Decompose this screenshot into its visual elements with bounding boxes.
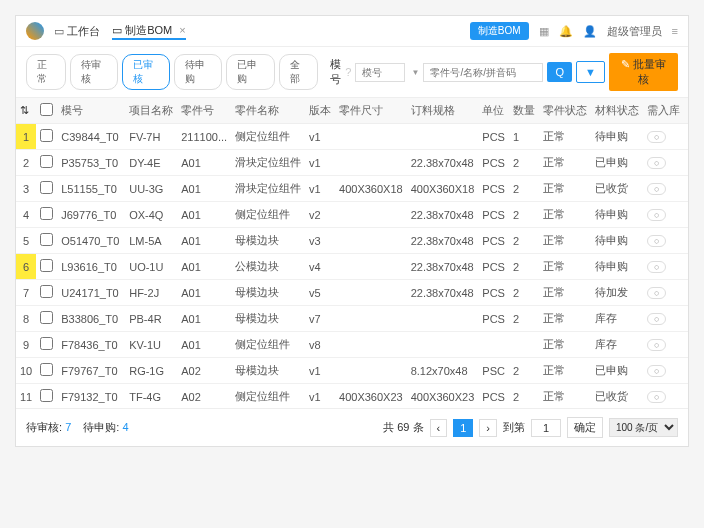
tab-normal[interactable]: 正常 [26,54,66,90]
cell-instock[interactable]: ○ [643,150,684,176]
row-num: 10 [16,358,36,384]
cell-partname: 母模边块 [231,306,305,332]
grid-icon[interactable]: ▦ [539,25,549,38]
tab-pending[interactable]: 待审核 [70,54,118,90]
row-num: 6 [16,254,36,280]
cell-instock[interactable]: ○ [643,254,684,280]
table-row[interactable]: 8 B33806_T0 PB-4R A01 母模边块 v7 PCS 2 正常 库… [16,306,688,332]
table-row[interactable]: 6 L93616_T0 UO-1U A01 公模边块 v4 22.38x70x4… [16,254,688,280]
filter-button[interactable]: ▼ [576,61,605,83]
chevron-down-icon[interactable]: ▼ [411,68,419,77]
table-scroll[interactable]: ⇅模号项目名称零件号零件名称版本零件尺寸订料规格单位数量零件状态材料状态需入库材… [16,98,688,408]
cell-partname: 滑块定位组件 [231,176,305,202]
table-row[interactable]: 4 J69776_T0 OX-4Q A01 侧定位组件 v2 22.38x70x… [16,202,688,228]
cell-instock[interactable]: ○ [643,306,684,332]
tab-tobuy[interactable]: 待申购 [174,54,222,90]
cell-mstate: 待申购 [591,202,643,228]
cell-mcode: M0000076 [684,124,688,150]
cell-project: HF-2J [125,280,177,306]
cell-instock[interactable]: ○ [643,124,684,150]
help-icon[interactable]: ? [345,66,351,78]
filter-mold[interactable] [355,63,405,82]
prev-page[interactable]: ‹ [430,419,448,437]
batch-approve-button[interactable]: ✎ 批量审核 [609,53,678,91]
table-row[interactable]: 11 F79132_T0 TF-4G A02 侧定位组件 v1 400X360X… [16,384,688,409]
table-row[interactable]: 5 O51470_T0 LM-5A A01 母模边块 v3 22.38x70x4… [16,228,688,254]
col-header[interactable]: 零件状态 [539,98,591,124]
nav-workbench[interactable]: ▭ 工作台 [54,24,100,39]
sort-icon[interactable]: ⇅ [20,104,29,116]
close-icon[interactable]: × [179,24,185,36]
table-row[interactable]: 10 F79767_T0 RG-1G A02 母模边块 v1 8.12x70x4… [16,358,688,384]
cell-mstate: 已申购 [591,150,643,176]
table-row[interactable]: 2 P35753_T0 DY-4E A01 滑块定位组件 v1 22.38x70… [16,150,688,176]
nav-bom[interactable]: ▭ 制造BOM × [112,23,186,40]
col-header[interactable]: 材料状态 [591,98,643,124]
cell-partno: A01 [177,306,231,332]
cell-instock[interactable]: ○ [643,202,684,228]
row-check[interactable] [40,285,53,298]
cell-pstate: 正常 [539,332,591,358]
tab-bought[interactable]: 已申购 [226,54,274,90]
menu-icon[interactable]: ≡ [672,25,678,37]
table-row[interactable]: 1 C39844_T0 FV-7H 211100... 侧定位组件 v1 PCS… [16,124,688,150]
row-check[interactable] [40,181,53,194]
row-check[interactable] [40,207,53,220]
cell-partno: 211100... [177,124,231,150]
row-check[interactable] [40,233,53,246]
search-input[interactable] [423,63,543,82]
col-header[interactable]: 零件尺寸 [335,98,407,124]
page-input[interactable] [531,419,561,437]
cell-instock[interactable]: ○ [643,358,684,384]
col-header[interactable]: 项目名称 [125,98,177,124]
bell-icon[interactable]: 🔔 [559,25,573,38]
cell-size [335,202,407,228]
user-name[interactable]: 超级管理员 [607,24,662,39]
select-all[interactable] [40,103,53,116]
col-header[interactable]: 模号 [57,98,125,124]
cell-instock[interactable]: ○ [643,176,684,202]
page-1[interactable]: 1 [453,419,473,437]
col-header[interactable]: 需入库 [643,98,684,124]
cell-pstate: 正常 [539,124,591,150]
cell-ver: v3 [305,228,335,254]
col-header[interactable]: 订料规格 [407,98,479,124]
row-check[interactable] [40,311,53,324]
table-row[interactable]: 7 U24171_T0 HF-2J A01 母模边块 v5 22.38x70x4… [16,280,688,306]
cell-mstate: 库存 [591,332,643,358]
cell-partno: A01 [177,280,231,306]
row-check[interactable] [40,389,53,402]
col-header[interactable]: 版本 [305,98,335,124]
search-button[interactable]: Q [547,62,572,82]
cell-instock[interactable]: ○ [643,228,684,254]
table-row[interactable]: 3 L51155_T0 UU-3G A01 滑块定位组件 v1 400X360X… [16,176,688,202]
cell-qty: 2 [509,306,539,332]
cell-instock[interactable]: ○ [643,384,684,409]
cell-ver: v1 [305,124,335,150]
col-header[interactable]: 零件号 [177,98,231,124]
tab-all[interactable]: 全部 [279,54,319,90]
row-check[interactable] [40,363,53,376]
cell-mstate: 待申购 [591,254,643,280]
badge-bom[interactable]: 制造BOM [470,22,529,40]
col-header[interactable]: 数量 [509,98,539,124]
row-check[interactable] [40,155,53,168]
row-check[interactable] [40,129,53,142]
go-button[interactable]: 确定 [567,417,603,438]
table-row[interactable]: 9 F78436_T0 KV-1U A01 侧定位组件 v8 正常 库存 ○ [16,332,688,358]
tab-approved[interactable]: 已审核 [122,54,170,90]
col-header[interactable]: 零件名称 [231,98,305,124]
col-header[interactable]: 单位 [478,98,509,124]
cell-mcode [684,306,688,332]
cell-mold: B33806_T0 [57,306,125,332]
col-header[interactable]: 材料代码 [684,98,688,124]
row-check[interactable] [40,337,53,350]
next-page[interactable]: › [479,419,497,437]
cell-instock[interactable]: ○ [643,332,684,358]
cell-instock[interactable]: ○ [643,280,684,306]
cell-partname: 侧定位组件 [231,384,305,409]
page-size[interactable]: 100 条/页 [609,418,678,437]
cell-unit: PCS [478,150,509,176]
row-check[interactable] [40,259,53,272]
row-num: 3 [16,176,36,202]
